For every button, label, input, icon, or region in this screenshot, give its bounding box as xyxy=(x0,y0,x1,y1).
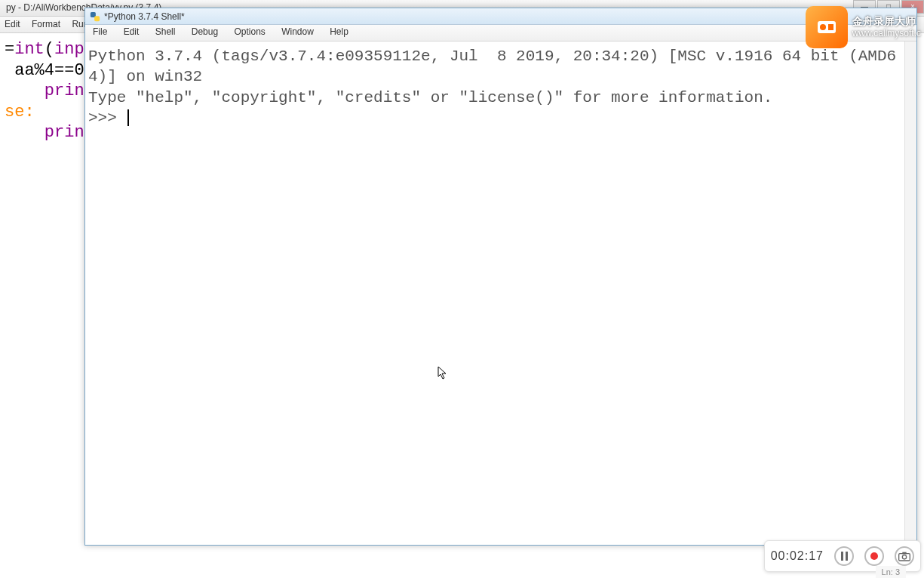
shell-title-text: *Python 3.7.4 Shell* xyxy=(104,11,185,22)
watermark: 金舟录屏大师 www.callmysoft.c xyxy=(803,5,924,50)
shell-window: *Python 3.7.4 Shell* File Edit Shell Deb… xyxy=(84,8,917,546)
svg-point-6 xyxy=(902,555,906,559)
shell-menu-shell[interactable]: Shell xyxy=(154,26,177,37)
shell-menu-help[interactable]: Help xyxy=(328,26,350,37)
shell-menu-edit[interactable]: Edit xyxy=(122,26,141,37)
record-dot-icon xyxy=(870,552,878,560)
watermark-title: 金舟录屏大师 xyxy=(852,15,921,28)
shell-banner-line1: Python 3.7.4 (tags/v3.7.4:e09359112e, Ju… xyxy=(88,48,896,85)
shell-prompt: >>> xyxy=(88,109,126,127)
status-bar: Ln: 3 xyxy=(876,566,906,578)
shell-menu-window[interactable]: Window xyxy=(280,26,315,37)
svg-point-3 xyxy=(820,24,826,30)
menu-format[interactable]: Format xyxy=(32,19,60,29)
menu-edit[interactable]: Edit xyxy=(5,19,20,29)
svg-rect-7 xyxy=(902,552,906,555)
status-position: Ln: 3 xyxy=(882,567,900,576)
pause-button[interactable] xyxy=(834,546,854,566)
scrollbar[interactable] xyxy=(904,42,916,545)
screenshot-button[interactable] xyxy=(895,546,914,566)
camera-icon xyxy=(898,551,910,561)
record-stop-button[interactable] xyxy=(864,546,884,566)
shell-menu-file[interactable]: File xyxy=(91,26,109,37)
svg-rect-4 xyxy=(828,24,833,30)
shell-menu-options[interactable]: Options xyxy=(232,26,266,37)
shell-titlebar[interactable]: *Python 3.7.4 Shell* xyxy=(85,8,916,25)
shell-banner-line2: Type "help", "copyright", "credits" or "… xyxy=(88,89,772,106)
shell-text-area[interactable]: Python 3.7.4 (tags/v3.7.4:e09359112e, Ju… xyxy=(85,42,916,545)
svg-rect-1 xyxy=(94,16,100,21)
watermark-logo-icon xyxy=(806,6,848,48)
recorder-timer: 00:02:17 xyxy=(771,549,824,563)
watermark-url: www.callmysoft.c xyxy=(852,28,921,38)
text-cursor xyxy=(127,109,129,126)
shell-menu-debug[interactable]: Debug xyxy=(190,26,219,37)
python-icon xyxy=(90,11,100,22)
watermark-text: 金舟录屏大师 www.callmysoft.c xyxy=(852,15,921,38)
shell-menubar: File Edit Shell Debug Options Window Hel… xyxy=(85,25,916,42)
